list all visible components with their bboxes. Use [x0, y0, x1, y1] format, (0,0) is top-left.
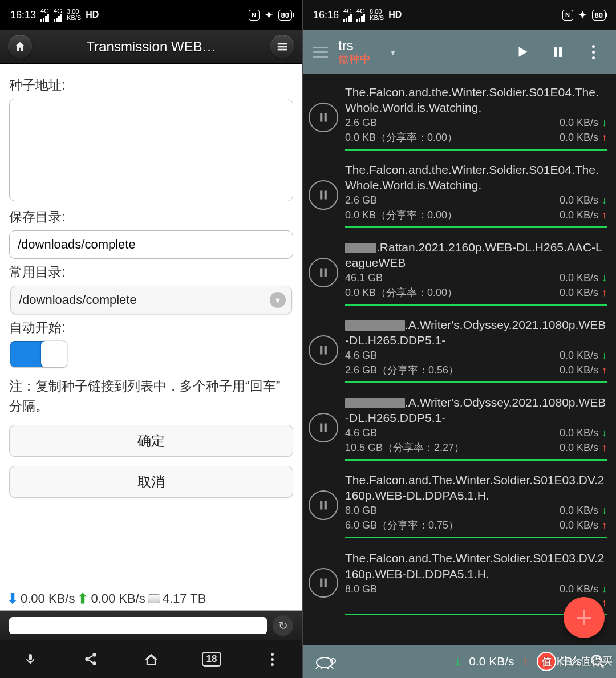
download-arrow-icon: ↓	[455, 654, 461, 669]
torrent-row[interactable]: .Rattan.2021.2160p.WEB-DL.H265.AAC-Leagu…	[303, 229, 616, 307]
footer-down-speed: 0.0 KB/s	[469, 655, 514, 668]
up-arrow-icon: ↑	[602, 364, 607, 376]
download-arrow-icon: ⬇	[7, 591, 18, 607]
down-arrow-icon: ↓	[602, 427, 607, 439]
pause-icon[interactable]	[309, 490, 338, 520]
common-dir-value: /downloads/complete	[19, 293, 137, 307]
common-dir-label: 常用目录:	[9, 263, 293, 281]
signal-1-icon: 4G	[40, 8, 49, 22]
pause-icon[interactable]	[309, 180, 338, 210]
svg-rect-13	[325, 269, 327, 277]
up-arrow-icon: ↑	[602, 287, 607, 299]
progress-bar	[345, 304, 607, 306]
pause-all-button[interactable]	[545, 39, 570, 64]
svg-rect-12	[320, 269, 322, 277]
speed-bar: ⬇ 0.00 KB/s ⬆ 0.00 KB/s 4.17 TB	[0, 587, 302, 611]
svg-rect-15	[325, 346, 327, 355]
torrent-name: The.Falcon.and.The.Winter.Soldier.S01E03…	[345, 472, 607, 504]
more-button[interactable]	[581, 39, 606, 64]
start-all-button[interactable]	[510, 39, 535, 64]
svg-point-4	[85, 657, 89, 661]
up-arrow-icon: ↑	[602, 132, 607, 144]
torrent-name: The.Falcon.and.the.Winter.Soldier.S01E04…	[345, 84, 607, 116]
svg-rect-8	[320, 113, 322, 122]
bluetooth-icon: ✦	[264, 8, 274, 22]
mic-button[interactable]	[14, 643, 46, 675]
torrent-down-speed: 0.0 KB/s	[560, 272, 598, 284]
nfc-icon: N	[562, 10, 573, 21]
bluetooth-icon: ✦	[578, 8, 587, 22]
torrent-up-speed: 0.0 KB/s	[560, 287, 598, 299]
app-header: Transmission WEB…	[0, 30, 302, 64]
pause-icon[interactable]	[309, 568, 338, 598]
home-nav-button[interactable]	[135, 643, 167, 675]
down-arrow-icon: ↓	[602, 350, 607, 362]
more-button[interactable]	[256, 643, 288, 675]
torrent-row[interactable]: .A.Writer's.Odyssey.2021.1080p.WEB-DL.H2…	[303, 307, 616, 384]
ok-button[interactable]: 确定	[9, 425, 293, 457]
pause-icon[interactable]	[309, 258, 338, 287]
browser-url-bar: ↻	[0, 611, 302, 640]
torrent-down-speed: 0.0 KB/s	[560, 194, 598, 206]
torrent-uploaded: 10.5 GB（分享率：2.27）	[345, 441, 464, 454]
svg-rect-10	[320, 191, 322, 200]
svg-rect-1	[278, 46, 287, 48]
reload-button[interactable]: ↻	[273, 615, 293, 636]
up-arrow-icon: ↑	[602, 442, 607, 454]
seed-url-input[interactable]	[9, 99, 293, 201]
hd-icon: HD	[86, 10, 99, 20]
torrent-size: 2.6 GB	[345, 117, 377, 129]
up-arrow-icon: ↑	[602, 209, 607, 221]
save-dir-input[interactable]	[9, 230, 293, 259]
svg-point-5	[92, 661, 96, 665]
svg-rect-9	[325, 113, 327, 122]
common-dir-select[interactable]: /downloads/complete ▾	[10, 286, 292, 314]
torrent-name: .Rattan.2021.2160p.WEB-DL.H265.AAC-Leagu…	[345, 239, 607, 271]
pause-icon[interactable]	[309, 413, 338, 442]
svg-rect-16	[320, 424, 322, 432]
torrent-row[interactable]: The.Falcon.and.the.Winter.Soldier.S01E04…	[303, 152, 616, 229]
down-arrow-icon: ↓	[602, 583, 607, 595]
net-speed: 3.00KB/S	[67, 9, 81, 21]
dropdown-arrow-icon: ▼	[389, 48, 397, 57]
browser-nav-bar: 18	[0, 640, 302, 678]
torrent-row[interactable]: The.Falcon.and.The.Winter.Soldier.S01E03…	[303, 462, 616, 539]
add-torrent-fab[interactable]	[564, 597, 605, 638]
torrent-list[interactable]: The.Falcon.and.the.Winter.Soldier.S01E04…	[303, 74, 616, 645]
down-arrow-icon: ↓	[602, 505, 607, 517]
progress-bar	[345, 149, 607, 151]
upload-arrow-icon: ↑	[522, 654, 529, 669]
up-arrow-icon: ↑	[602, 519, 607, 531]
torrent-down-speed: 0.0 KB/s	[560, 505, 598, 517]
menu-button[interactable]	[270, 35, 294, 59]
torrent-row[interactable]: The.Falcon.and.the.Winter.Soldier.S01E04…	[303, 74, 616, 152]
torrent-up-speed: 0.0 KB/s	[560, 442, 598, 454]
hamburger-button[interactable]	[313, 47, 328, 58]
time: 16:13	[10, 9, 36, 21]
home-button[interactable]	[8, 35, 32, 59]
cancel-button[interactable]: 取消	[9, 466, 293, 498]
svg-rect-18	[320, 501, 322, 510]
pause-icon[interactable]	[309, 335, 338, 365]
torrent-uploaded: 0.0 KB（分享率：0.00）	[345, 286, 457, 299]
torrent-size: 8.0 GB	[345, 583, 377, 595]
signal-2-icon: 4G	[356, 8, 365, 22]
down-arrow-icon: ↓	[602, 272, 607, 284]
signal-1-icon: 4G	[343, 8, 352, 22]
torrent-size: 46.1 GB	[345, 272, 383, 284]
nfc-icon: N	[249, 10, 260, 21]
torrent-row[interactable]: .A.Writer's.Odyssey.2021.1080p.WEB-DL.H2…	[303, 384, 616, 462]
torrent-uploaded: 0.0 KB（分享率：0.00）	[345, 131, 457, 144]
disk-icon	[148, 594, 160, 603]
tabs-button[interactable]: 18	[196, 643, 228, 675]
server-selector[interactable]: trs 做种中	[338, 38, 371, 65]
upload-speed: 0.00 KB/s	[91, 591, 145, 606]
pause-icon[interactable]	[309, 103, 338, 132]
share-button[interactable]	[75, 643, 107, 675]
turtle-icon[interactable]	[313, 653, 336, 670]
svg-point-3	[92, 653, 96, 657]
url-input[interactable]	[9, 617, 267, 634]
torrent-down-speed: 0.0 KB/s	[560, 117, 598, 129]
auto-start-toggle[interactable]	[10, 341, 67, 367]
torrent-size: 4.6 GB	[345, 427, 377, 439]
